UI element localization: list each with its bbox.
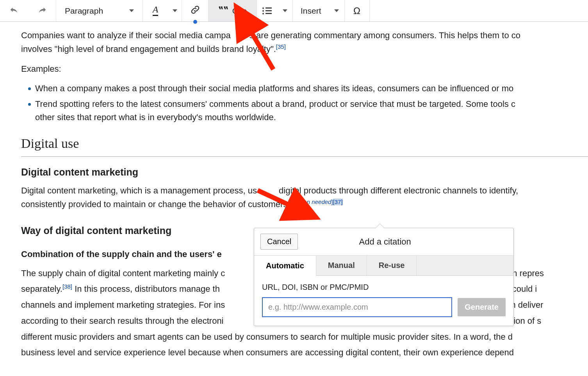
text-style-button[interactable]: A xyxy=(143,0,168,21)
insert-label: Insert xyxy=(301,6,321,16)
bullet-list-icon xyxy=(262,7,272,14)
link-icon xyxy=(190,4,201,17)
dialog-body: URL, DOI, ISBN or PMC/PMID Generate xyxy=(254,276,513,326)
text: In this process, distributors manage th xyxy=(72,284,220,294)
section-heading[interactable]: Digital use xyxy=(21,133,588,157)
redo-icon xyxy=(37,4,48,17)
paragraph-dropdown[interactable]: Paragraph xyxy=(56,0,143,21)
list-dropdown[interactable] xyxy=(277,0,293,21)
bracket: ] xyxy=(331,199,333,205)
examples-label[interactable]: Examples: xyxy=(21,62,588,76)
indicator-dot xyxy=(193,20,197,24)
text: separately. xyxy=(21,284,62,294)
paragraph-text[interactable]: Companies want to analyze if their socia… xyxy=(21,29,588,42)
link-button[interactable] xyxy=(182,0,208,21)
undo-button[interactable] xyxy=(0,0,28,21)
text: channels and implement marketing strateg… xyxy=(21,300,225,310)
paragraph-text[interactable]: consistently provided to maintain or cha… xyxy=(21,197,588,211)
dialog-header: Cancel Add a citation xyxy=(254,228,513,255)
text: involves "high level of brand engagement… xyxy=(21,44,276,54)
text: Digital content marketing, which is a ma… xyxy=(21,186,257,195)
reference-link[interactable]: [37] xyxy=(333,199,343,205)
insert-dropdown-arrow[interactable] xyxy=(329,0,345,21)
list-button[interactable] xyxy=(257,0,277,21)
omega-icon: Ω xyxy=(353,5,360,16)
list-item[interactable]: Trend spotting refers to the latest cons… xyxy=(21,98,588,124)
editor-toolbar: Paragraph A ‟‟ Cite Insert Ω xyxy=(0,0,588,22)
tab-automatic[interactable]: Automatic xyxy=(254,256,316,276)
chevron-down-icon xyxy=(283,9,287,12)
special-character-button[interactable]: Ω xyxy=(345,0,370,21)
cancel-button[interactable]: Cancel xyxy=(260,234,298,250)
list-item[interactable]: When a company makes a post through thei… xyxy=(21,82,588,95)
example-list: When a company makes a post through thei… xyxy=(21,82,588,124)
text: consistently provided to maintain or cha… xyxy=(21,200,290,209)
undo-icon xyxy=(9,4,20,17)
text: according to their search results throug… xyxy=(21,316,224,326)
chevron-down-icon xyxy=(334,9,339,12)
dialog-tabs: Automatic Manual Re-use xyxy=(254,255,513,276)
text: other sites that report what is in every… xyxy=(35,112,276,122)
cite-button[interactable]: ‟‟ Cite xyxy=(208,0,257,21)
text: business level and service experience le… xyxy=(21,348,514,357)
citation-needed-tag[interactable]: citation needed xyxy=(292,199,331,205)
paragraph-text[interactable]: involves "high level of brand engagement… xyxy=(21,42,588,56)
input-row: Generate xyxy=(262,297,506,317)
text: different music providers and smart agen… xyxy=(21,332,513,342)
generate-button[interactable]: Generate xyxy=(458,298,506,316)
letter-a-icon: A xyxy=(153,5,159,16)
reference-link[interactable]: [38] xyxy=(62,283,72,290)
cite-label: Cite xyxy=(232,6,247,16)
paragraph-text[interactable]: Digital content marketing, which is a ma… xyxy=(21,184,588,197)
redo-button[interactable] xyxy=(28,0,56,21)
input-label: URL, DOI, ISBN or PMC/PMID xyxy=(262,283,506,292)
text: Trend spotting refers to the latest cons… xyxy=(35,99,515,109)
insert-dropdown[interactable]: Insert xyxy=(293,0,329,21)
text: The supply chain of digital content mark… xyxy=(21,268,225,278)
citation-dialog: Cancel Add a citation Automatic Manual R… xyxy=(254,228,514,326)
paragraph-label: Paragraph xyxy=(65,6,103,16)
chevron-down-icon xyxy=(173,9,177,12)
reference-link[interactable]: [35] xyxy=(276,43,286,50)
text: s are generating commentary among consum… xyxy=(249,30,520,40)
tab-manual[interactable]: Manual xyxy=(316,255,367,275)
dialog-title: Add a citation xyxy=(298,237,472,247)
subsection-heading[interactable]: Digital content marketing xyxy=(21,165,588,180)
chevron-down-icon xyxy=(129,9,134,12)
tab-reuse[interactable]: Re-use xyxy=(367,255,417,275)
quote-icon: ‟‟ xyxy=(218,5,228,17)
text: digital products through different elect… xyxy=(279,186,518,195)
citation-url-input[interactable] xyxy=(262,297,452,317)
text-style-dropdown[interactable] xyxy=(168,0,182,21)
text: Companies want to analyze if their socia… xyxy=(21,30,231,40)
